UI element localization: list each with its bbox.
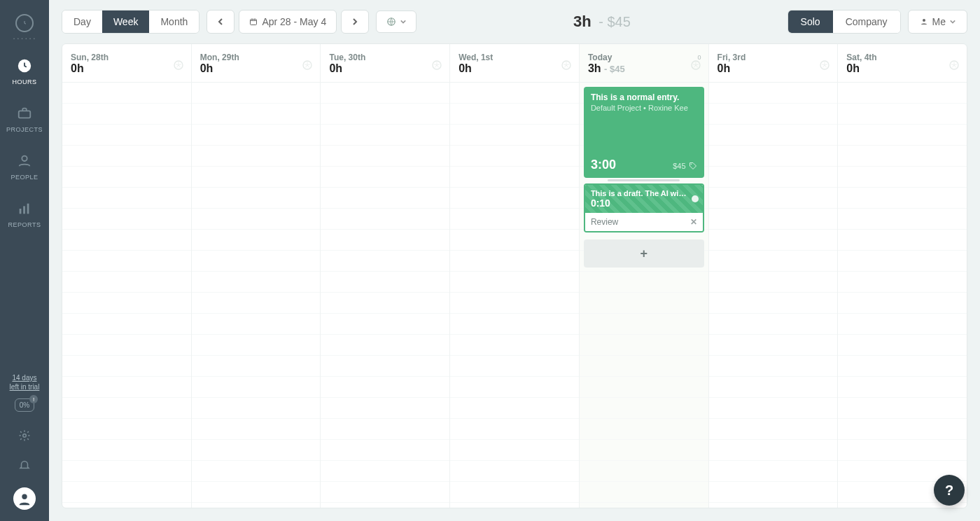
nav-label: PROJECTS [6, 126, 43, 133]
chevron-right-icon [351, 18, 358, 25]
nav-people[interactable]: PEOPLE [0, 143, 49, 190]
entry-duration: 3:00 [591, 158, 616, 172]
day-column: Wed, 1st0h [450, 44, 580, 508]
brain-icon[interactable] [690, 60, 701, 71]
day-hours: 0h [71, 62, 84, 74]
view-week-button[interactable]: Week [102, 11, 150, 33]
draft-duration: 0:10 [591, 197, 697, 209]
day-slots[interactable] [709, 83, 838, 508]
day-slots[interactable] [450, 83, 579, 508]
nav-reports[interactable]: REPORTS [0, 190, 49, 238]
main: Day Week Month Apr 28 - May 4 3h - $45 [49, 0, 980, 521]
caret-down-icon [950, 19, 955, 25]
globe-icon [386, 17, 396, 27]
date-range-button[interactable]: Apr 28 - May 4 [239, 10, 337, 34]
day-header: Today3h - $450 [580, 44, 708, 83]
day-slots[interactable] [192, 83, 321, 508]
user-filter-label: Me [932, 16, 946, 27]
svg-rect-1 [19, 111, 31, 118]
brain-icon[interactable] [948, 60, 960, 71]
nav-label: REPORTS [8, 221, 41, 228]
nav-label: HOURS [12, 78, 36, 85]
nav-hours[interactable]: HOURS [0, 48, 49, 95]
view-segment: Day Week Month [62, 10, 200, 34]
brain-icon[interactable] [302, 60, 313, 71]
tag-icon [689, 162, 697, 170]
week-totals: 3h - $45 [424, 13, 780, 31]
day-label: Fri, 3rd [718, 53, 830, 62]
time-entry[interactable]: This is a normal entry.Default Project •… [584, 87, 704, 178]
day-amount: - $45 [604, 64, 625, 74]
brain-icon[interactable] [819, 60, 830, 71]
user-filter-button[interactable]: Me [908, 10, 967, 34]
brain-icon[interactable] [173, 60, 184, 71]
svg-rect-8 [251, 20, 257, 25]
dismiss-draft-button[interactable]: ✕ [690, 217, 697, 227]
entry-meta: Default Project • Roxine Kee [591, 104, 697, 112]
day-column: Today3h - $450This is a normal entry.Def… [580, 44, 709, 508]
day-column: Tue, 30th0h [321, 44, 450, 508]
svg-point-6 [23, 434, 27, 438]
date-range-label: Apr 28 - May 4 [262, 16, 326, 27]
calendar-icon [249, 18, 258, 26]
clock-logo-icon [15, 14, 34, 32]
draft-title: This is a draft. The AI wi… [591, 189, 697, 197]
day-column: Sat, 4th0h [838, 44, 967, 508]
user-icon [920, 18, 928, 26]
avatar[interactable] [13, 487, 36, 510]
day-label: Today [588, 53, 700, 62]
draft-entry[interactable]: This is a draft. The AI wi…0:10Review✕ [584, 183, 704, 232]
scope-company-button[interactable]: Company [833, 11, 900, 33]
view-month-button[interactable]: Month [149, 11, 199, 33]
settings-icon[interactable] [18, 429, 31, 443]
day-slots[interactable] [838, 83, 967, 508]
nav-projects[interactable]: PROJECTS [0, 95, 49, 143]
toolbar: Day Week Month Apr 28 - May 4 3h - $45 [49, 0, 980, 43]
day-header: Wed, 1st0h [450, 44, 579, 83]
svg-point-10 [923, 19, 925, 22]
day-hours: 0h [718, 62, 731, 74]
trial-days: 14 days [12, 374, 36, 382]
day-column: Mon, 29th0h [192, 44, 321, 508]
day-header: Tue, 30th0h [321, 44, 449, 83]
total-hours: 3h [573, 13, 592, 30]
next-button[interactable] [341, 10, 369, 34]
day-hours: 3h [588, 62, 601, 74]
caret-down-icon [400, 19, 406, 25]
day-hours: 0h [458, 62, 472, 74]
date-nav: Apr 28 - May 4 [206, 10, 369, 34]
calendar-grid: Sun, 28th0hMon, 29th0hTue, 30th0hWed, 1s… [62, 43, 967, 508]
day-header: Sat, 4th0h [838, 44, 967, 83]
day-label: Sun, 28th [71, 53, 183, 62]
nav-items: HOURS PROJECTS PEOPLE REPORTS [0, 48, 49, 238]
recording-dot-icon [692, 195, 699, 202]
add-entry-button[interactable]: + [584, 239, 704, 268]
brain-icon[interactable] [431, 60, 442, 71]
svg-rect-5 [27, 204, 29, 214]
alert-dot-icon: ! [29, 395, 38, 403]
day-column: Fri, 3rd0h [709, 44, 839, 508]
view-day-button[interactable]: Day [62, 11, 102, 33]
trial-notice[interactable]: 14 days left in trial [10, 373, 40, 391]
help-fab[interactable]: ? [934, 475, 965, 506]
nav-label: PEOPLE [10, 174, 38, 181]
day-column: Sun, 28th0h [62, 44, 192, 508]
day-header: Fri, 3rd0h [709, 44, 838, 83]
day-hours: 0h [329, 62, 342, 74]
svg-rect-3 [20, 209, 22, 214]
resize-handle[interactable] [608, 179, 680, 181]
day-hours: 0h [846, 62, 860, 74]
review-button[interactable]: Review [591, 217, 618, 227]
notifications-icon[interactable] [18, 458, 31, 472]
day-slots[interactable]: This is a normal entry.Default Project •… [580, 83, 708, 508]
chevron-left-icon [217, 18, 224, 25]
clock-icon [16, 57, 33, 74]
prev-button[interactable] [206, 10, 234, 34]
scope-solo-button[interactable]: Solo [788, 11, 833, 33]
svg-rect-4 [23, 206, 25, 214]
day-slots[interactable] [321, 83, 449, 508]
brain-icon[interactable] [561, 60, 572, 71]
day-slots[interactable] [62, 83, 191, 508]
setup-progress[interactable]: 0% ! [15, 398, 34, 412]
filter-dropdown[interactable] [376, 11, 416, 33]
